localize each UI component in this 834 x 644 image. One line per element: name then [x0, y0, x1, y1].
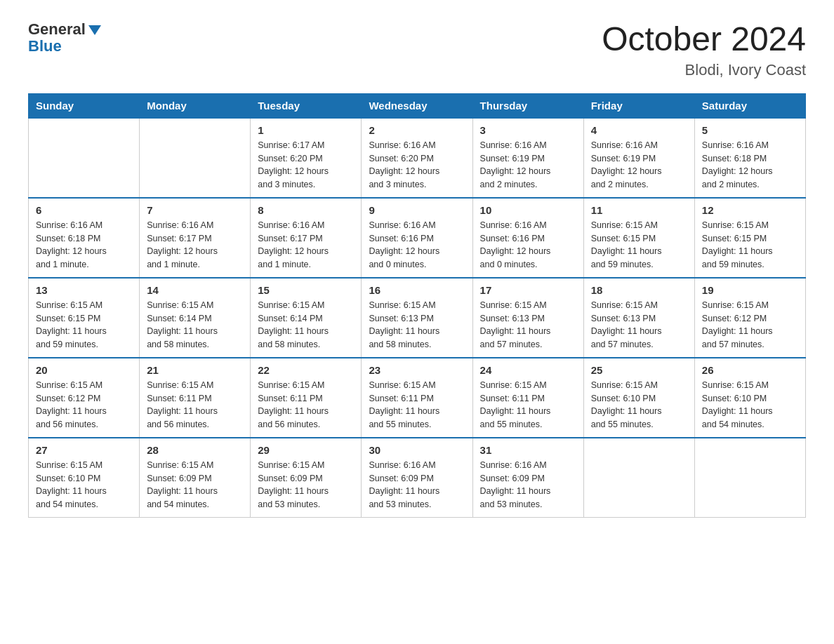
calendar-cell [694, 438, 805, 518]
day-number: 30 [369, 444, 465, 456]
calendar-week-row-2: 6Sunrise: 6:16 AM Sunset: 6:18 PM Daylig… [29, 198, 806, 278]
day-info: Sunrise: 6:16 AM Sunset: 6:17 PM Dayligh… [147, 219, 243, 271]
calendar-cell: 16Sunrise: 6:15 AM Sunset: 6:13 PM Dayli… [362, 278, 472, 358]
calendar-cell: 1Sunrise: 6:17 AM Sunset: 6:20 PM Daylig… [251, 118, 362, 198]
day-number: 29 [258, 444, 354, 456]
day-number: 2 [369, 124, 465, 136]
day-number: 14 [147, 284, 243, 296]
weekday-header-row: SundayMondayTuesdayWednesdayThursdayFrid… [29, 93, 806, 118]
day-info: Sunrise: 6:16 AM Sunset: 6:16 PM Dayligh… [480, 219, 576, 271]
calendar-cell: 31Sunrise: 6:16 AM Sunset: 6:09 PM Dayli… [472, 438, 583, 518]
day-number: 20 [36, 364, 132, 376]
day-number: 12 [702, 204, 798, 216]
day-info: Sunrise: 6:15 AM Sunset: 6:15 PM Dayligh… [36, 299, 132, 351]
calendar-cell: 10Sunrise: 6:16 AM Sunset: 6:16 PM Dayli… [472, 198, 583, 278]
title-area: October 2024 Blodi, Ivory Coast [602, 21, 806, 79]
day-info: Sunrise: 6:16 AM Sunset: 6:16 PM Dayligh… [369, 219, 465, 271]
day-info: Sunrise: 6:15 AM Sunset: 6:14 PM Dayligh… [258, 299, 354, 351]
day-info: Sunrise: 6:15 AM Sunset: 6:15 PM Dayligh… [702, 219, 798, 271]
calendar-cell: 7Sunrise: 6:16 AM Sunset: 6:17 PM Daylig… [140, 198, 251, 278]
day-info: Sunrise: 6:15 AM Sunset: 6:13 PM Dayligh… [591, 299, 687, 351]
day-number: 17 [480, 284, 576, 296]
calendar-cell: 3Sunrise: 6:16 AM Sunset: 6:19 PM Daylig… [472, 118, 583, 198]
day-number: 4 [591, 124, 687, 136]
weekday-header-sunday: Sunday [29, 93, 140, 118]
calendar-cell: 20Sunrise: 6:15 AM Sunset: 6:12 PM Dayli… [29, 358, 140, 438]
calendar-cell: 5Sunrise: 6:16 AM Sunset: 6:18 PM Daylig… [694, 118, 805, 198]
day-info: Sunrise: 6:15 AM Sunset: 6:15 PM Dayligh… [591, 219, 687, 271]
day-info: Sunrise: 6:16 AM Sunset: 6:18 PM Dayligh… [36, 219, 132, 271]
calendar-cell [583, 438, 694, 518]
calendar-cell: 29Sunrise: 6:15 AM Sunset: 6:09 PM Dayli… [251, 438, 362, 518]
day-number: 22 [258, 364, 354, 376]
calendar-cell: 30Sunrise: 6:16 AM Sunset: 6:09 PM Dayli… [362, 438, 472, 518]
calendar-cell: 19Sunrise: 6:15 AM Sunset: 6:12 PM Dayli… [694, 278, 805, 358]
day-number: 11 [591, 204, 687, 216]
calendar-table: SundayMondayTuesdayWednesdayThursdayFrid… [28, 93, 806, 518]
day-info: Sunrise: 6:15 AM Sunset: 6:11 PM Dayligh… [147, 379, 243, 431]
day-info: Sunrise: 6:15 AM Sunset: 6:11 PM Dayligh… [369, 379, 465, 431]
day-number: 23 [369, 364, 465, 376]
calendar-cell: 14Sunrise: 6:15 AM Sunset: 6:14 PM Dayli… [140, 278, 251, 358]
month-year-title: October 2024 [602, 21, 806, 58]
day-number: 25 [591, 364, 687, 376]
day-number: 5 [702, 124, 798, 136]
day-info: Sunrise: 6:16 AM Sunset: 6:19 PM Dayligh… [591, 139, 687, 192]
calendar-cell: 15Sunrise: 6:15 AM Sunset: 6:14 PM Dayli… [251, 278, 362, 358]
calendar-cell: 24Sunrise: 6:15 AM Sunset: 6:11 PM Dayli… [472, 358, 583, 438]
calendar-cell: 12Sunrise: 6:15 AM Sunset: 6:15 PM Dayli… [694, 198, 805, 278]
day-info: Sunrise: 6:15 AM Sunset: 6:09 PM Dayligh… [147, 459, 243, 511]
day-info: Sunrise: 6:16 AM Sunset: 6:09 PM Dayligh… [480, 459, 576, 511]
day-info: Sunrise: 6:15 AM Sunset: 6:09 PM Dayligh… [258, 459, 354, 511]
weekday-header-saturday: Saturday [694, 93, 805, 118]
day-info: Sunrise: 6:15 AM Sunset: 6:12 PM Dayligh… [702, 299, 798, 351]
location-subtitle: Blodi, Ivory Coast [602, 61, 806, 79]
calendar-cell: 11Sunrise: 6:15 AM Sunset: 6:15 PM Dayli… [583, 198, 694, 278]
calendar-cell: 17Sunrise: 6:15 AM Sunset: 6:13 PM Dayli… [472, 278, 583, 358]
day-number: 6 [36, 204, 132, 216]
calendar-cell [29, 118, 140, 198]
day-info: Sunrise: 6:15 AM Sunset: 6:10 PM Dayligh… [702, 379, 798, 431]
calendar-week-row-3: 13Sunrise: 6:15 AM Sunset: 6:15 PM Dayli… [29, 278, 806, 358]
day-number: 19 [702, 284, 798, 296]
calendar-cell: 26Sunrise: 6:15 AM Sunset: 6:10 PM Dayli… [694, 358, 805, 438]
day-number: 3 [480, 124, 576, 136]
weekday-header-wednesday: Wednesday [362, 93, 472, 118]
day-info: Sunrise: 6:15 AM Sunset: 6:11 PM Dayligh… [480, 379, 576, 431]
logo-triangle-icon [88, 25, 101, 35]
calendar-cell: 23Sunrise: 6:15 AM Sunset: 6:11 PM Dayli… [362, 358, 472, 438]
day-info: Sunrise: 6:15 AM Sunset: 6:13 PM Dayligh… [369, 299, 465, 351]
day-info: Sunrise: 6:15 AM Sunset: 6:11 PM Dayligh… [258, 379, 354, 431]
header: General Blue October 2024 Blodi, Ivory C… [28, 21, 806, 79]
logo: General Blue [28, 21, 101, 55]
calendar-cell: 9Sunrise: 6:16 AM Sunset: 6:16 PM Daylig… [362, 198, 472, 278]
day-number: 24 [480, 364, 576, 376]
day-info: Sunrise: 6:16 AM Sunset: 6:19 PM Dayligh… [480, 139, 576, 192]
day-number: 10 [480, 204, 576, 216]
day-info: Sunrise: 6:17 AM Sunset: 6:20 PM Dayligh… [258, 139, 354, 192]
day-info: Sunrise: 6:15 AM Sunset: 6:14 PM Dayligh… [147, 299, 243, 351]
day-info: Sunrise: 6:16 AM Sunset: 6:20 PM Dayligh… [369, 139, 465, 192]
calendar-cell: 6Sunrise: 6:16 AM Sunset: 6:18 PM Daylig… [29, 198, 140, 278]
calendar-cell: 18Sunrise: 6:15 AM Sunset: 6:13 PM Dayli… [583, 278, 694, 358]
day-number: 18 [591, 284, 687, 296]
calendar-cell: 27Sunrise: 6:15 AM Sunset: 6:10 PM Dayli… [29, 438, 140, 518]
day-info: Sunrise: 6:15 AM Sunset: 6:13 PM Dayligh… [480, 299, 576, 351]
calendar-cell [140, 118, 251, 198]
day-number: 16 [369, 284, 465, 296]
weekday-header-tuesday: Tuesday [251, 93, 362, 118]
weekday-header-thursday: Thursday [472, 93, 583, 118]
calendar-cell: 21Sunrise: 6:15 AM Sunset: 6:11 PM Dayli… [140, 358, 251, 438]
day-number: 9 [369, 204, 465, 216]
calendar-cell: 13Sunrise: 6:15 AM Sunset: 6:15 PM Dayli… [29, 278, 140, 358]
day-info: Sunrise: 6:15 AM Sunset: 6:12 PM Dayligh… [36, 379, 132, 431]
day-number: 21 [147, 364, 243, 376]
day-info: Sunrise: 6:15 AM Sunset: 6:10 PM Dayligh… [36, 459, 132, 511]
day-number: 15 [258, 284, 354, 296]
day-number: 13 [36, 284, 132, 296]
day-info: Sunrise: 6:16 AM Sunset: 6:09 PM Dayligh… [369, 459, 465, 511]
day-number: 7 [147, 204, 243, 216]
calendar-cell: 28Sunrise: 6:15 AM Sunset: 6:09 PM Dayli… [140, 438, 251, 518]
logo-general-text: General [28, 21, 86, 38]
weekday-header-friday: Friday [583, 93, 694, 118]
